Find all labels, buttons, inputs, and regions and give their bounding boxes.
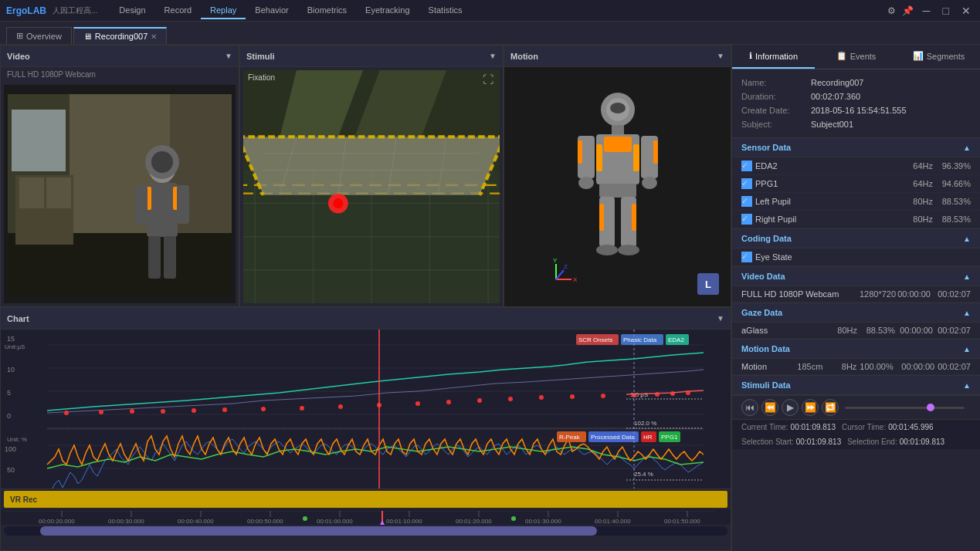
gaze-data-toggle[interactable]: ▲ bbox=[963, 309, 971, 317]
stimuli-panel-dropdown[interactable]: ▼ bbox=[489, 52, 497, 60]
motion-panel-header: Motion ▼ bbox=[504, 46, 731, 67]
gaze-data-end: 00:02:07 bbox=[936, 326, 971, 335]
svg-text:HR: HR bbox=[643, 434, 653, 441]
transport-controls-area: ⏮ ⏪ ▶ ⏩ 🔁 bbox=[732, 395, 980, 419]
sensor-right-pupil-checkbox[interactable]: ✓ bbox=[741, 214, 752, 225]
gaze-data-name: aGlass bbox=[741, 326, 823, 335]
nav-biometrics[interactable]: Biometrics bbox=[298, 2, 356, 19]
right-tab-events[interactable]: 📋 Events bbox=[815, 45, 897, 69]
svg-text:50: 50 bbox=[7, 466, 15, 474]
right-panel-tabs: ℹ Information 📋 Events 📊 Segments bbox=[732, 45, 980, 69]
svg-text:0: 0 bbox=[7, 412, 11, 420]
tab-overview-label: Overview bbox=[26, 32, 62, 41]
tab-close-button[interactable]: ✕ bbox=[151, 32, 157, 41]
timeline-scrollbar-thumb[interactable] bbox=[40, 526, 598, 536]
svg-rect-55 bbox=[633, 144, 639, 171]
current-time-value: 00:01:09.813 bbox=[791, 423, 836, 431]
motion-data-end: 00:02:07 bbox=[938, 362, 971, 371]
pin-icon[interactable]: 📌 bbox=[902, 5, 914, 16]
svg-point-110 bbox=[508, 397, 513, 401]
sensor-eda2-checkbox[interactable]: ✓ bbox=[741, 161, 752, 171]
nav-behavior[interactable]: Behavior bbox=[246, 2, 297, 19]
cursor-time-item: Cursor Time: 00:01:45.996 bbox=[842, 423, 934, 431]
motion-data-header[interactable]: Motion Data ▲ bbox=[732, 339, 980, 359]
current-time-label: Current Time: bbox=[741, 423, 788, 431]
tabbar: ⊞ Overview 🖥 Recording007 ✕ bbox=[0, 22, 980, 45]
svg-rect-16 bbox=[164, 236, 176, 279]
nav-replay[interactable]: Replay bbox=[201, 2, 246, 19]
coding-eye-state-checkbox[interactable]: ✓ bbox=[741, 252, 752, 262]
svg-text:Unit: %: Unit: % bbox=[7, 436, 27, 443]
svg-text:Processed Data: Processed Data bbox=[591, 434, 635, 441]
nav-eyetracking[interactable]: Eyetracking bbox=[356, 2, 419, 19]
svg-point-62 bbox=[642, 177, 657, 189]
svg-point-18 bbox=[151, 151, 173, 173]
events-icon: 📋 bbox=[836, 51, 847, 61]
nav-record[interactable]: Record bbox=[155, 2, 201, 19]
nav-design[interactable]: Design bbox=[110, 2, 154, 19]
tab-recording007[interactable]: 🖥 Recording007 ✕ bbox=[73, 27, 168, 44]
svg-text:00:01:10.000: 00:01:10.000 bbox=[386, 518, 422, 525]
minimize-button[interactable]: ─ bbox=[920, 5, 934, 17]
svg-marker-33 bbox=[243, 137, 500, 195]
maximize-button[interactable]: □ bbox=[940, 5, 952, 17]
svg-rect-52 bbox=[612, 125, 624, 134]
svg-text:00:01:30.000: 00:01:30.000 bbox=[525, 518, 561, 525]
selection-start-item: Selection Start: 00:01:09.813 bbox=[741, 438, 841, 446]
video-data-toggle[interactable]: ▲ bbox=[963, 272, 971, 281]
tab-overview[interactable]: ⊞ Overview bbox=[6, 27, 72, 44]
chart-panel-header: Chart ▼ bbox=[1, 308, 731, 330]
progress-bar[interactable] bbox=[845, 407, 965, 409]
right-tab-information-label: Information bbox=[755, 52, 798, 61]
motion-l-button[interactable]: L bbox=[697, 273, 719, 295]
transport-repeat-button[interactable]: 🔁 bbox=[822, 399, 839, 416]
svg-text:00:01:00.000: 00:01:00.000 bbox=[317, 518, 353, 525]
main-nav: Design Record Replay Behavior Biometrics… bbox=[110, 2, 471, 19]
svg-point-161 bbox=[511, 516, 516, 521]
close-button[interactable]: ✕ bbox=[958, 5, 974, 17]
sensor-left-pupil-checkbox[interactable]: ✓ bbox=[741, 196, 752, 207]
settings-icon[interactable]: ⚙ bbox=[887, 5, 896, 16]
grid-icon: ⊞ bbox=[16, 31, 23, 41]
transport-rewind-button[interactable]: ⏮ bbox=[741, 399, 758, 416]
motion-data-title: Motion Data bbox=[741, 344, 790, 353]
svg-line-72 bbox=[556, 270, 564, 279]
video-panel-dropdown[interactable]: ▼ bbox=[225, 52, 232, 60]
chart-panel-dropdown[interactable]: ▼ bbox=[717, 314, 724, 323]
chart-panel: Chart ▼ bbox=[0, 307, 731, 551]
motion-panel-dropdown[interactable]: ▼ bbox=[717, 52, 724, 60]
current-time-item: Current Time: 00:01:09.813 bbox=[741, 423, 836, 431]
info-row-duration: Duration: 00:02:07.360 bbox=[741, 90, 971, 103]
nav-statistics[interactable]: Statistics bbox=[419, 2, 472, 19]
sensor-data-toggle[interactable]: ▲ bbox=[963, 144, 971, 152]
app-logo: ErgoLAB bbox=[6, 5, 46, 16]
stimuli-data-header[interactable]: Stimuli Data ▲ bbox=[732, 375, 980, 395]
coding-data-toggle[interactable]: ▲ bbox=[963, 235, 971, 243]
sensor-data-header[interactable]: Sensor Data ▲ bbox=[732, 137, 980, 157]
info-subject-label: Subject: bbox=[741, 120, 811, 129]
timeline-scrollbar[interactable] bbox=[4, 526, 727, 536]
motion-data-toggle[interactable]: ▲ bbox=[963, 345, 971, 353]
motion-data-size: 185cm bbox=[797, 362, 822, 371]
video-data-header[interactable]: Video Data ▲ bbox=[732, 266, 980, 286]
right-tab-segments[interactable]: 📊 Segments bbox=[897, 45, 980, 69]
transport-next-button[interactable]: ⏩ bbox=[802, 399, 819, 416]
transport-prev-button[interactable]: ⏪ bbox=[761, 399, 778, 416]
gaze-data-header[interactable]: Gaze Data ▲ bbox=[732, 303, 980, 323]
svg-point-113 bbox=[601, 394, 605, 398]
progress-thumb[interactable] bbox=[927, 404, 934, 411]
motion-data-name: Motion bbox=[741, 362, 794, 371]
info-icon: ℹ bbox=[749, 51, 752, 61]
left-panels: Video ▼ FULL HD 1080P Webcam bbox=[0, 45, 731, 551]
svg-point-99 bbox=[130, 409, 134, 414]
info-create-date-label: Create Date: bbox=[741, 106, 811, 115]
tab-recording-label: Recording007 bbox=[95, 32, 148, 41]
right-tab-information[interactable]: ℹ Information bbox=[732, 45, 815, 69]
coding-data-header[interactable]: Coding Data ▲ bbox=[732, 228, 980, 248]
sensor-ppg1-checkbox[interactable]: ✓ bbox=[741, 178, 752, 189]
stimuli-data-toggle[interactable]: ▲ bbox=[963, 381, 971, 390]
svg-text:00:00:20.000: 00:00:20.000 bbox=[39, 518, 75, 525]
transport-play-button[interactable]: ▶ bbox=[782, 399, 799, 416]
stimuli-fullscreen-button[interactable]: ⛶ bbox=[483, 73, 493, 86]
video-data-row: FULL HD 1080P Webcam 1280*720 00:00:00 0… bbox=[732, 286, 980, 303]
